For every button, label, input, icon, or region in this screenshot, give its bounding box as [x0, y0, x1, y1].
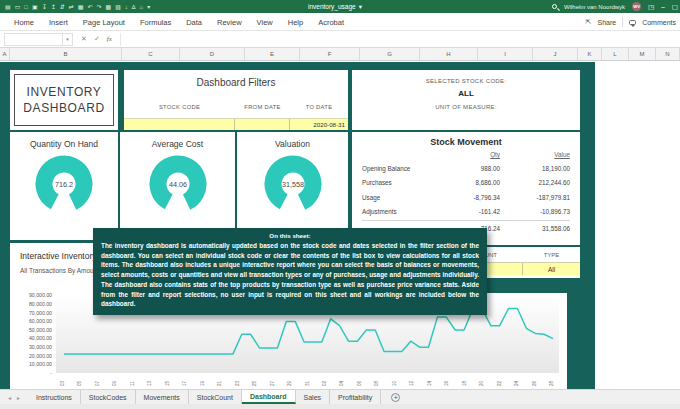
stock-code-input-cell[interactable] — [124, 119, 235, 130]
x-axis-tick-label: 18 — [462, 380, 467, 386]
to-date-input-cell[interactable]: 2020-08-31 — [290, 119, 348, 130]
sheet-nav-prev-icon[interactable]: ◂ — [8, 394, 11, 401]
formula-input[interactable] — [120, 33, 680, 46]
more-commands-icon[interactable]: ▾ — [147, 4, 150, 10]
ribbon-tab-page-layout[interactable]: Page Layout — [83, 18, 125, 27]
save-icon[interactable]: ▤ — [5, 4, 11, 10]
minimize-button[interactable]: – — [661, 3, 665, 10]
ribbon-tab-view[interactable]: View — [257, 18, 273, 27]
insert-function-icon[interactable]: fx — [107, 35, 112, 43]
ribbon-tab-acrobat[interactable]: Acrobat — [318, 18, 344, 27]
sheet-nav-next-icon[interactable]: ▸ — [17, 394, 20, 401]
ribbon-options-icon[interactable]: ◳ — [648, 3, 654, 11]
workbook-title-label: inventory_usage — [308, 3, 356, 10]
x-axis-tick-label: 07 — [95, 380, 100, 386]
cancel-icon[interactable]: ✕ — [81, 35, 87, 43]
formula-bar: ▾ ✕ ✓ fx — [0, 31, 680, 48]
x-axis-tick-label: 25 — [252, 380, 257, 386]
column-header-J[interactable]: J — [533, 48, 578, 60]
sheet-tab-profitability[interactable]: Profitability — [330, 390, 381, 404]
export-icon[interactable]: ↧ — [42, 4, 47, 10]
avatar[interactable]: WV — [632, 2, 641, 11]
x-axis-tick-label: 22 — [497, 380, 502, 386]
home-icon[interactable]: ⌂ — [140, 4, 144, 10]
workbook-title[interactable]: inventory_usage ▾ — [308, 0, 362, 13]
sheet-tab-dashboard[interactable]: Dashboard — [242, 390, 296, 404]
x-axis-tick-label: 11 — [130, 381, 135, 386]
gauge-donut[interactable]: 31,558 — [237, 154, 348, 218]
column-header-F[interactable]: F — [300, 48, 360, 60]
y-axis-tick-label: 80,000.00 — [29, 301, 52, 307]
x-axis-tick-label: 04 — [339, 380, 344, 386]
stock-movement-row: Opening Balance988.0018,190.00 — [362, 161, 570, 176]
sheet-tab-movements[interactable]: Movements — [136, 390, 189, 404]
enter-icon[interactable]: ✓ — [94, 35, 100, 43]
column-header-G[interactable]: G — [360, 48, 420, 60]
column-header-A[interactable]: A — [0, 48, 10, 60]
pivot-icon[interactable]: ▨ — [115, 4, 121, 10]
download-icon[interactable]: ↓ — [125, 4, 128, 10]
gauge-title: Quantity On Hand — [10, 132, 118, 149]
column-header-H[interactable]: H — [420, 48, 478, 60]
user-name: Wilhelm van Noordwyk — [564, 4, 625, 10]
unit-of-measure-label: UNIT OF MEASURE: — [352, 104, 580, 110]
name-box-dropdown-icon[interactable]: ▾ — [62, 33, 73, 46]
sheet-tab-instructions[interactable]: Instructions — [28, 390, 81, 404]
column-header-E[interactable]: E — [245, 48, 300, 60]
new-icon[interactable]: □ — [24, 4, 28, 10]
import-icon[interactable]: ↥ — [51, 4, 56, 10]
table-icon[interactable]: ▦ — [78, 4, 84, 10]
sheet-tab-stockcodes[interactable]: StockCodes — [81, 390, 136, 404]
from-date-input-cell[interactable] — [235, 119, 290, 130]
x-axis-tick-label: 10 — [392, 380, 397, 386]
column-header-L[interactable]: L — [602, 48, 629, 60]
column-header-C[interactable]: C — [122, 48, 180, 60]
dashboard-title-line1: INVENTORY — [27, 85, 102, 99]
column-header-D[interactable]: D — [180, 48, 245, 60]
sort-icon[interactable]: ⇵ — [60, 4, 65, 10]
stock-code-label: STOCK CODE — [124, 104, 235, 110]
open-icon[interactable]: ▭ — [15, 4, 21, 10]
share-button[interactable]: Share — [597, 19, 616, 26]
ribbon-tab-home[interactable]: Home — [14, 18, 34, 27]
chevron-down-icon: ▾ — [359, 3, 362, 11]
x-axis-tick-label: 23 — [235, 380, 240, 386]
add-sheet-button[interactable]: + — [391, 390, 400, 404]
transactions-line-series[interactable] — [64, 309, 553, 355]
grid-icon[interactable]: ▩ — [106, 4, 112, 10]
ribbon-tab-review[interactable]: Review — [217, 18, 242, 27]
column-header-I[interactable]: I — [478, 48, 533, 60]
x-axis-tick-label: 20 — [479, 380, 484, 386]
chart-icon[interactable]: ∆ — [132, 4, 136, 10]
ribbon-tab-help[interactable]: Help — [288, 18, 303, 27]
comments-button[interactable]: Comments — [642, 19, 676, 26]
from-date-label: FROM DATE — [235, 104, 290, 110]
gauge-donut[interactable]: 716.2 — [10, 154, 118, 218]
sheet-tab-stockcount[interactable]: StockCount — [189, 390, 242, 404]
valuation-gauge-card: Valuation 31,558 — [237, 132, 348, 240]
maximize-button[interactable]: ▢ — [672, 3, 678, 11]
column-header-N[interactable]: N — [656, 48, 680, 60]
excel-title-bar: ▤▭□▣↧↥⇵⇄▦↶↷▩▨↓∆⌂▾ inventory_usage ▾ Wilh… — [0, 0, 680, 13]
ribbon-tab-formulas[interactable]: Formulas — [140, 18, 171, 27]
column-header-B[interactable]: B — [10, 48, 122, 60]
gauge-donut[interactable]: 44.06 — [120, 154, 235, 218]
column-header-K[interactable]: K — [578, 48, 602, 60]
x-axis-tick-label: 08 — [374, 380, 379, 386]
column-header-M[interactable]: M — [629, 48, 656, 60]
divider — [622, 17, 623, 27]
undo-icon[interactable]: ↶ — [87, 4, 92, 10]
x-axis-tick-label: 12 — [409, 380, 414, 386]
sheet-tab-sales[interactable]: Sales — [296, 390, 331, 404]
gauge-title: Valuation — [237, 132, 348, 149]
type-input-cell[interactable]: All — [523, 263, 580, 275]
plus-icon: + — [391, 393, 400, 402]
ribbon-tab-data[interactable]: Data — [186, 18, 202, 27]
ribbon-tab-insert[interactable]: Insert — [49, 18, 68, 27]
print-icon[interactable]: ▣ — [32, 4, 38, 10]
selected-stock-code-label: SELECTED STOCK CODE: — [352, 70, 580, 84]
redo-icon[interactable]: ↷ — [96, 4, 101, 10]
search-icon[interactable] — [552, 4, 557, 9]
swap-icon[interactable]: ⇄ — [69, 4, 74, 10]
name-box[interactable] — [4, 33, 62, 46]
